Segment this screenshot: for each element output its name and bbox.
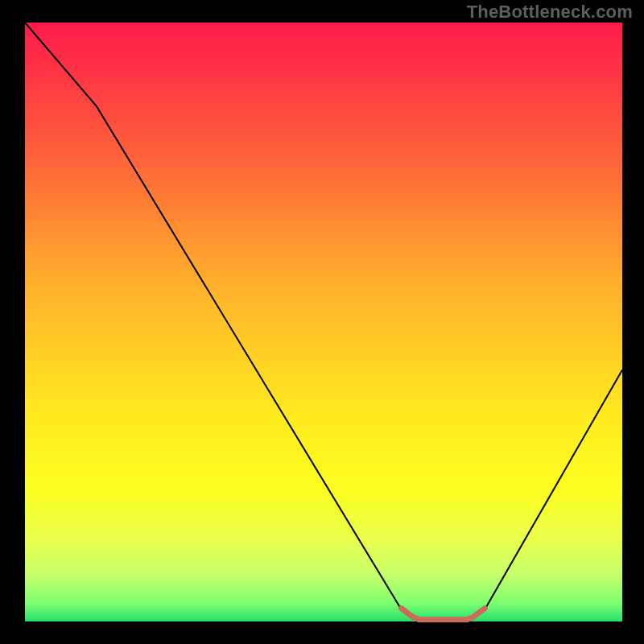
gradient-background [25,23,622,621]
chart-container: TheBottleneck.com [0,0,644,644]
bottleneck-chart [0,0,644,644]
watermark-text: TheBottleneck.com [467,2,633,23]
